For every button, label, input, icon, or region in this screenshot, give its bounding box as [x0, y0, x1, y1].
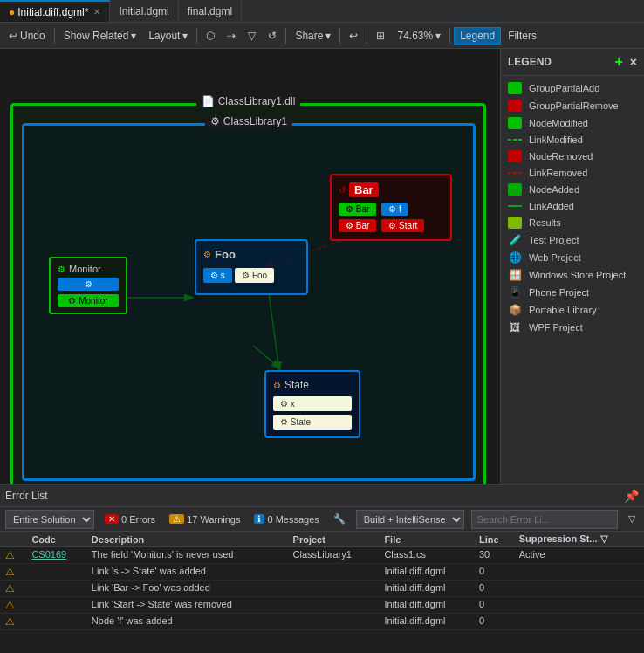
- row-file-cell: Initial.diff.dgml: [379, 564, 474, 581]
- legend-items-list: GroupPartialAdd GroupPartialRemove NodeM…: [501, 76, 644, 484]
- monitor-method[interactable]: ⚙ Monitor: [58, 294, 119, 307]
- refresh-button[interactable]: ↺: [263, 28, 282, 44]
- row-suppression-cell: Active: [514, 547, 644, 564]
- toolbar-separator: [54, 28, 55, 44]
- row-desc-cell: Link 's -> State' was added: [86, 564, 288, 581]
- row-desc-cell: The field 'Monitor.s' is never used: [86, 547, 288, 564]
- phone-project-icon: 📱: [508, 286, 522, 299]
- tab-initial-diff[interactable]: ● Initial.diff.dgml* ✕: [0, 0, 110, 22]
- toolbar-separator: [196, 28, 197, 44]
- row-code-cell[interactable]: CS0169: [26, 547, 86, 564]
- legend-item-test-project: 🧪 Test Project: [501, 231, 644, 249]
- foo-method[interactable]: ⚙ Foo: [235, 268, 274, 283]
- bar-node[interactable]: ↺ Bar ⚙ Bar ⚙ f: [330, 174, 452, 241]
- legend-swatch-group-partial-add: [508, 82, 522, 94]
- nodes-button[interactable]: ⬡: [201, 28, 220, 44]
- chevron-down-icon: ▾: [182, 30, 188, 42]
- monitor-field[interactable]: ⚙: [58, 278, 119, 291]
- row-file-cell: Initial.diff.dgml: [379, 581, 474, 597]
- tab-close-btn[interactable]: ✕: [93, 7, 100, 17]
- monitor-node[interactable]: ⚙ Monitor ⚙ ⚙ Monitor: [49, 257, 127, 314]
- toolbar-separator: [285, 28, 286, 44]
- error-code-link[interactable]: CS0169: [31, 549, 66, 560]
- legend-close-button[interactable]: ×: [630, 55, 637, 69]
- diagram-canvas[interactable]: 📄 ClassLibrary1.dll ⚙ ClassLibrary1 ⚙ Mo…: [0, 49, 500, 484]
- filter-col-icon: ▽: [600, 533, 607, 544]
- bar-header: ↺ Bar: [339, 182, 443, 197]
- zoom-level[interactable]: 74.63% ▾: [392, 28, 446, 44]
- inner-group: ⚙ ClassLibrary1 ⚙ Monitor ⚙ ⚙ Mon: [22, 123, 476, 481]
- tab-final[interactable]: final.dgml: [179, 0, 242, 22]
- toolbar-separator: [339, 28, 340, 44]
- clear-filter-button[interactable]: ▽: [625, 512, 639, 526]
- bar-start[interactable]: ⚙ Start: [381, 219, 424, 232]
- col-line[interactable]: Line: [474, 532, 514, 547]
- col-description[interactable]: Description: [86, 532, 288, 547]
- chevron-down-icon: ▾: [325, 30, 331, 42]
- col-suppression[interactable]: Suppression St... ▽: [514, 532, 644, 547]
- undo2-button[interactable]: ↩: [344, 28, 363, 44]
- state-node[interactable]: ⚙ State ⚙ x ⚙ State: [264, 370, 360, 438]
- state-header: ⚙ State: [273, 379, 352, 391]
- pin-button[interactable]: 📌: [624, 489, 639, 503]
- legend-item-portable-library: 📦 Portable Library: [501, 301, 644, 319]
- undo-button[interactable]: ↩ Undo: [3, 28, 51, 44]
- col-code[interactable]: Code: [26, 532, 86, 547]
- state-method[interactable]: ⚙ State: [273, 415, 352, 430]
- legend-line-link-modified: [508, 135, 522, 144]
- row-code-cell: [26, 581, 86, 597]
- row-project-cell: [288, 564, 380, 581]
- legend-header: LEGEND + ×: [501, 49, 644, 76]
- bar-row2: ⚙ Bar ⚙ Start: [339, 219, 443, 232]
- tools-button[interactable]: 🔧: [330, 512, 349, 526]
- row-suppression-cell: [514, 564, 644, 581]
- state-x-field[interactable]: ⚙ x: [273, 396, 352, 411]
- legend-add-button[interactable]: +: [614, 54, 622, 70]
- table-row[interactable]: ⚠ Link 's -> State' was added Initial.di…: [0, 564, 644, 581]
- bar-method1[interactable]: ⚙ Bar: [339, 219, 376, 232]
- warnings-filter-btn[interactable]: ⚠ 17 Warnings: [166, 512, 243, 526]
- show-related-button[interactable]: Show Related ▾: [58, 28, 142, 44]
- table-row[interactable]: ⚠ Node 'f' was added Initial.diff.dgml 0: [0, 614, 644, 630]
- legend-item-web-project: 🌐 Web Project: [501, 249, 644, 266]
- foo-s-field[interactable]: ⚙ s: [203, 268, 232, 283]
- zoom-fit-button[interactable]: ⊞: [371, 28, 390, 44]
- col-file[interactable]: File: [379, 532, 474, 547]
- bar-header-icon: ↺: [339, 185, 346, 195]
- messages-filter-btn[interactable]: ℹ 0 Messages: [250, 512, 322, 526]
- state-header-icon: ⚙: [273, 381, 281, 390]
- layout-button[interactable]: Layout ▾: [143, 28, 193, 44]
- bar-f-field[interactable]: ⚙ f: [381, 203, 408, 216]
- errors-filter-btn[interactable]: ✕ 0 Errors: [101, 512, 159, 526]
- foo-node[interactable]: ⚙ Foo ⚙ s ⚙ Foo: [195, 239, 308, 295]
- table-row[interactable]: ⚠ CS0169 The field 'Monitor.s' is never …: [0, 547, 644, 564]
- legend-item-node-modified: NodeModified: [501, 114, 644, 132]
- chevron-down-icon: ▾: [131, 30, 136, 42]
- table-row[interactable]: ⚠ Link 'Start -> State' was removed Init…: [0, 597, 644, 614]
- error-search-input[interactable]: [471, 510, 618, 529]
- col-project[interactable]: Project: [288, 532, 380, 547]
- links-button[interactable]: ⇢: [222, 28, 241, 44]
- foo-header: ⚙ Foo: [203, 248, 299, 261]
- table-row[interactable]: ⚠ Link 'Bar -> Foo' was added Initial.di…: [0, 581, 644, 597]
- legend-item-link-added: LinkAdded: [501, 198, 644, 214]
- tab-label: Initial.diff.dgml*: [17, 6, 88, 18]
- filters-button[interactable]: Filters: [503, 28, 542, 44]
- web-project-icon: 🌐: [508, 251, 522, 264]
- filter-button[interactable]: ▽: [243, 28, 261, 44]
- build-filter-select[interactable]: Build + IntelliSense: [356, 510, 464, 529]
- scope-select[interactable]: Entire Solution: [5, 510, 94, 529]
- tab-label: Initial.dgml: [119, 5, 168, 17]
- row-code-cell: [26, 597, 86, 614]
- legend-item-results: Results: [501, 214, 644, 231]
- legend-item-group-partial-remove: GroupPartialRemove: [501, 97, 644, 114]
- legend-button[interactable]: Legend: [454, 27, 501, 45]
- legend-item-link-removed: LinkRemoved: [501, 165, 644, 181]
- error-filter-row: Entire Solution ✕ 0 Errors ⚠ 17 Warnings…: [0, 507, 644, 532]
- share-button[interactable]: Share ▾: [290, 28, 336, 44]
- bar-field1[interactable]: ⚙ Bar: [339, 203, 376, 216]
- state-label: State: [284, 379, 309, 391]
- tab-initial[interactable]: Initial.dgml: [110, 0, 178, 22]
- legend-item-phone-project: 📱 Phone Project: [501, 284, 644, 301]
- row-icon-cell: ⚠: [0, 581, 26, 597]
